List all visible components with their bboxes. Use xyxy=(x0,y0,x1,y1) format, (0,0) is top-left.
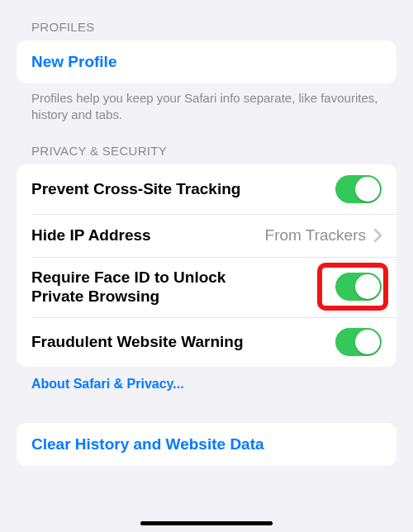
clear-group: Clear History and Website Data xyxy=(17,423,396,466)
new-profile-row[interactable]: New Profile xyxy=(17,40,396,83)
clear-history-label: Clear History and Website Data xyxy=(31,435,271,454)
chevron-right-icon xyxy=(374,229,382,242)
faceid-row[interactable]: Require Face ID to Unlock Private Browsi… xyxy=(17,257,396,318)
hide-ip-row[interactable]: Hide IP Address From Trackers xyxy=(17,214,396,257)
profiles-group: New Profile xyxy=(17,40,396,83)
fraud-label: Fraudulent Website Warning xyxy=(31,332,250,352)
faceid-label: Require Face ID to Unlock Private Browsi… xyxy=(31,268,263,307)
faceid-toggle[interactable] xyxy=(335,273,382,301)
home-indicator xyxy=(140,521,273,525)
profiles-footer: Profiles help you keep your Safari info … xyxy=(17,83,396,124)
privacy-group: Prevent Cross-Site Tracking Hide IP Addr… xyxy=(17,164,396,368)
prevent-tracking-toggle[interactable] xyxy=(335,175,382,203)
about-safari-privacy-link[interactable]: About Safari & Privacy... xyxy=(17,367,396,392)
prevent-tracking-label: Prevent Cross-Site Tracking xyxy=(31,179,247,199)
new-profile-label: New Profile xyxy=(31,52,123,72)
fraud-toggle[interactable] xyxy=(335,328,382,356)
clear-history-row[interactable]: Clear History and Website Data xyxy=(17,423,396,466)
profiles-header: Profiles xyxy=(17,0,396,40)
hide-ip-label: Hide IP Address xyxy=(31,226,158,245)
fraud-row[interactable]: Fraudulent Website Warning xyxy=(17,317,396,367)
prevent-tracking-row[interactable]: Prevent Cross-Site Tracking xyxy=(17,164,396,214)
hide-ip-detail: From Trackers xyxy=(265,226,366,245)
privacy-header: Privacy & Security xyxy=(17,124,396,164)
